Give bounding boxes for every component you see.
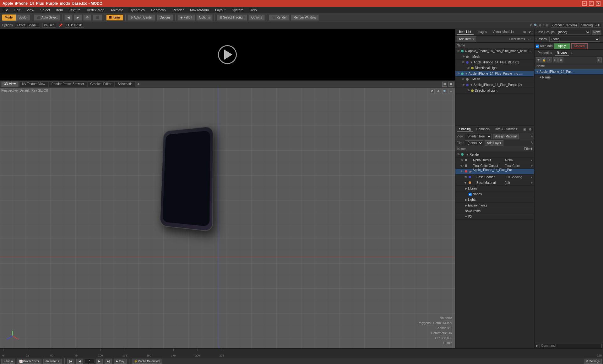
menu-max-to-modo[interactable]: MaxToModo [189, 8, 210, 13]
eye-dir2[interactable]: 👁 [467, 89, 470, 92]
st-row-iphone-mat[interactable]: 👁 ▶ Apple_iPhone_14_Plus_Pur ... [455, 169, 534, 174]
tree-row-dir-light1[interactable]: 👁 Directional Light [455, 65, 534, 71]
select-through-btn[interactable]: ⊞ Select Through [217, 14, 247, 21]
viewport-tr-icon4[interactable]: ≡ [448, 89, 454, 94]
tab-3d-view[interactable]: 3D View [1, 81, 19, 87]
menu-view[interactable]: View [25, 8, 35, 13]
final-color-dropdown[interactable]: ▾ [531, 164, 533, 168]
arrow-iphone-group[interactable]: ▼ [536, 70, 539, 73]
st-row-alpha[interactable]: 👁 ▶ Alpha Output Alpha ▾ [455, 158, 534, 163]
maximize-btn[interactable]: □ [589, 1, 594, 6]
skip-end-btn[interactable]: ▶| [105, 359, 112, 364]
menu-system[interactable]: System [231, 8, 245, 13]
eye-dir1[interactable]: 👁 [467, 66, 470, 70]
st-row-base-material[interactable]: 👁 ▶ Base Material (all) ▾ [455, 180, 534, 186]
pass-groups-select[interactable]: (none) [556, 30, 590, 35]
base-material-dropdown[interactable]: ▾ [531, 181, 533, 185]
arrow-library[interactable]: ▶ [465, 187, 467, 190]
arrow-purple-group[interactable]: ▼ [470, 83, 473, 87]
viewport-tr-icon1[interactable]: ⚙ [430, 89, 435, 94]
cache-deformers-btn[interactable]: ⚡ Cache Deformers [132, 359, 163, 364]
eye-final-color[interactable]: 👁 [460, 164, 464, 168]
filter-select[interactable]: (none) [465, 140, 483, 146]
shader-tree-select[interactable]: Shader Tree [465, 134, 492, 139]
menu-vertex-map[interactable]: Vertex Map [85, 8, 106, 13]
base-shader-dropdown[interactable]: ▾ [531, 176, 533, 179]
settings-btn[interactable]: ⚙ Settings [584, 359, 602, 364]
menu-edit[interactable]: Edit [13, 8, 22, 13]
render-btn[interactable]: 🎥 Render [269, 14, 290, 21]
action-center-btn[interactable]: ⊙ Action Center [128, 14, 156, 21]
tab-shading[interactable]: Shading [457, 127, 473, 132]
eye-iphone-mat[interactable]: 👁 [460, 170, 464, 173]
eye-render[interactable]: 👁 [457, 153, 460, 156]
sculpt-btn[interactable]: Sculpt [16, 14, 30, 21]
tree-row-mesh2[interactable]: 👁 Mesh [455, 77, 534, 82]
groups-tb-settings-icon[interactable]: ⚙ [558, 57, 563, 62]
tab-properties[interactable]: Properties [536, 51, 554, 55]
menu-dynamics[interactable]: Dynamics [128, 8, 146, 13]
st-row-library[interactable]: 👁 ▶ Library [455, 186, 534, 191]
eye-purple-group[interactable]: 👁 [462, 83, 465, 87]
shading-settings-icon[interactable]: ⚙ [528, 127, 533, 131]
st-row-environments[interactable]: 👁 ▶ Environments [455, 203, 534, 208]
passes-select[interactable]: (none) [549, 37, 600, 42]
eye-blue-group[interactable]: 👁 [462, 61, 465, 64]
close-btn[interactable]: ✕ [596, 1, 600, 6]
viewport-tr-icon2[interactable]: ⊕ [436, 89, 441, 94]
arrow-root2[interactable]: ▼ [465, 72, 468, 75]
groups-tree[interactable]: ▼ Apple_iPhone_14_Pur... + Name [535, 69, 603, 343]
gt-row-sub[interactable]: + Name [535, 75, 603, 80]
add-tab-btn[interactable]: + [136, 82, 141, 87]
gt-row-iphone[interactable]: ▼ Apple_iPhone_14_Pur... [535, 69, 603, 75]
timeline-area[interactable]: 0 25 50 75 100 125 150 175 200 225 225 [0, 348, 603, 358]
st-row-render[interactable]: 👁 ▼ Render [455, 152, 534, 158]
play-button[interactable] [218, 45, 237, 64]
s-filter-label[interactable]: S [530, 141, 533, 145]
menu-file[interactable]: File [1, 8, 9, 13]
graph-editor-btn[interactable]: 📈 Graph Editor [17, 359, 41, 364]
play-btn-bottom[interactable]: ▶ Play [114, 359, 127, 364]
add-item-btn[interactable]: Add Item ▾ [457, 36, 476, 42]
eye-icon-root1[interactable]: 👁 [457, 49, 460, 53]
arrow-iphone-mat[interactable]: ▶ [470, 170, 472, 173]
model-btn[interactable]: Model [2, 14, 16, 21]
tree-row-blue-group[interactable]: 👁 ▼ Apple_iPhone_14_Plus_Blue (2) [455, 60, 534, 65]
audio-btn[interactable]: ♪ Audio [1, 359, 15, 364]
viewport-expand-icon[interactable]: ⊞ [442, 82, 447, 87]
auto-select-btn[interactable]: ⬛ Auto Select [34, 14, 60, 21]
tab-uv-texture[interactable]: UV Texture View [19, 81, 48, 87]
frame-input[interactable] [85, 359, 94, 363]
tab-info-stats[interactable]: Info & Statistics [493, 127, 519, 132]
groups-tb-eye-icon[interactable]: 👁 [536, 57, 541, 62]
tab-groups[interactable]: Groups [555, 50, 569, 56]
panel-settings-icon[interactable]: ⚙ [528, 30, 533, 34]
groups-expand-icon[interactable]: ⊞ [597, 57, 602, 62]
f-btn[interactable]: F [530, 37, 533, 41]
tree-row-purple-group[interactable]: 👁 ▼ Apple_iPhone_14_Plus_Purple (2) [455, 82, 534, 88]
tree-row-root1[interactable]: 👁 ▶ Apple_iPhone_14_Plus_Blue_modo_base.… [455, 48, 534, 54]
st-row-base-shader[interactable]: 👁 ▶ Base Shader Full Shading ▾ [455, 174, 534, 180]
tab-images[interactable]: Images [474, 29, 490, 35]
next-frame-btn[interactable]: ▶ [96, 359, 103, 364]
menu-geometry[interactable]: Geometry [150, 8, 167, 13]
prev-frame-btn[interactable]: ◀ [76, 359, 83, 364]
viewport-settings-icon[interactable]: ⚙ [448, 82, 454, 87]
groups-tb-add-icon[interactable]: + [547, 57, 552, 62]
add-layer-btn[interactable]: Add Layer [485, 140, 503, 146]
eye-base-material[interactable]: 👁 [464, 181, 467, 185]
menu-help[interactable]: Help [248, 8, 258, 13]
s-btn[interactable]: S [526, 37, 529, 41]
nodes-checkbox[interactable] [469, 193, 472, 196]
tree-row-mesh1[interactable]: 👁 Mesh [455, 54, 534, 60]
groups-tb-lock-icon[interactable]: 🔒 [541, 57, 546, 62]
menu-render[interactable]: Render [171, 8, 185, 13]
render-window-btn[interactable]: Render Window [291, 14, 319, 21]
falloff-btn[interactable]: ◈ Falloff [177, 14, 195, 21]
new-pass-group-btn[interactable]: New [592, 30, 601, 35]
assign-material-btn[interactable]: Assign Material [493, 134, 519, 139]
menu-select[interactable]: Select [39, 8, 51, 13]
menu-layout[interactable]: Layout [214, 8, 227, 13]
rotate-btn[interactable]: ⟳ [83, 14, 91, 21]
menu-animate[interactable]: Animate [109, 8, 124, 13]
